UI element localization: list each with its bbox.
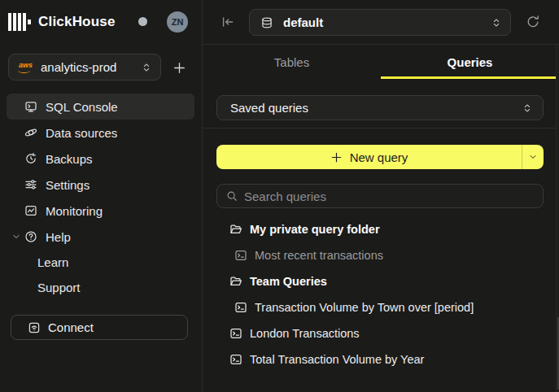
sidebar-item-sql-console[interactable]: SQL Console	[7, 94, 194, 120]
user-avatar[interactable]: ZN	[167, 11, 188, 33]
terminal-query-icon	[229, 353, 242, 366]
search-queries-box[interactable]	[216, 184, 544, 208]
query-folder-row[interactable]: Team Queries	[216, 268, 544, 294]
sidebar-item-learn[interactable]: Learn	[7, 250, 194, 275]
query-label: London Transactions	[250, 327, 360, 340]
sidebar-item-label: Settings	[46, 178, 90, 192]
new-query-dropdown-button[interactable]	[522, 145, 544, 169]
query-tree: My private query folder Most recent tran…	[216, 216, 544, 372]
clickhouse-console: ClickHouse ZN aws analytics-prod SQL Con…	[0, 0, 559, 392]
tab-queries[interactable]: Queries	[381, 45, 559, 79]
chevron-down-icon	[11, 232, 21, 242]
query-folder-label: Team Queries	[250, 275, 327, 288]
sidebar-item-label: Help	[46, 230, 71, 244]
service-select-value: analytics-prod	[41, 60, 116, 74]
search-queries-input[interactable]	[244, 189, 535, 203]
aws-icon: aws	[19, 62, 33, 69]
tab-label: Tables	[274, 55, 309, 69]
sidebar-subitem-label: Support	[37, 281, 81, 294]
new-query-main[interactable]: New query	[216, 145, 522, 169]
connect-icon	[28, 321, 41, 334]
service-select[interactable]: aws analytics-prod	[8, 54, 161, 81]
plus-icon	[330, 151, 343, 163]
query-label: Total Transaction Volume by Year	[250, 353, 424, 366]
query-label: Most recent transactions	[255, 249, 383, 262]
plus-icon	[173, 61, 186, 75]
chevron-updown-icon	[522, 102, 533, 114]
terminal-query-icon	[234, 301, 247, 314]
sidebar-nav: SQL Console Data sources Backups Setting…	[7, 94, 194, 300]
terminal-query-icon	[234, 249, 247, 262]
chevron-updown-icon	[491, 17, 502, 28]
saved-queries-select[interactable]: Saved queries	[216, 95, 544, 120]
explorer-panel: default Tables Queries Saved queries	[202, 0, 559, 392]
collapse-panel-button[interactable]	[221, 15, 235, 29]
active-tab-underline	[381, 76, 556, 79]
query-row[interactable]: London Transactions	[216, 320, 544, 346]
search-icon	[226, 190, 238, 202]
query-row[interactable]: Most recent transactions	[216, 242, 544, 268]
tab-bar: Tables Queries	[203, 45, 559, 79]
sidebar-item-label: Data sources	[46, 126, 117, 140]
add-service-button[interactable]	[168, 56, 190, 79]
chevron-down-icon	[528, 152, 538, 162]
folder-open-icon	[229, 223, 242, 236]
new-query-label: New query	[350, 150, 408, 164]
sidebar-item-label: Monitoring	[46, 204, 103, 218]
data-sources-icon	[24, 126, 37, 139]
query-folder-label: My private query folder	[250, 223, 380, 236]
chevron-updown-icon	[141, 62, 152, 73]
backups-icon	[24, 152, 37, 165]
sql-console-icon	[24, 100, 37, 113]
refresh-icon	[526, 15, 540, 29]
status-dot	[138, 17, 147, 26]
refresh-button[interactable]	[526, 15, 540, 29]
sidebar-item-data-sources[interactable]: Data sources	[7, 120, 194, 146]
database-select-value: default	[283, 15, 323, 29]
section-divider	[203, 128, 559, 128]
query-row[interactable]: Transaction Volume by Town over [period]	[216, 294, 544, 320]
connect-button[interactable]: Connect	[11, 315, 188, 340]
sidebar-item-monitoring[interactable]: Monitoring	[7, 198, 194, 224]
sidebar: ClickHouse ZN aws analytics-prod SQL Con…	[0, 0, 201, 392]
avatar-initials: ZN	[172, 17, 184, 27]
sidebar-item-label: SQL Console	[46, 100, 118, 114]
settings-sliders-icon	[24, 178, 37, 191]
database-select[interactable]: default	[249, 9, 511, 36]
sidebar-item-help[interactable]: Help	[7, 224, 194, 250]
terminal-query-icon	[229, 327, 242, 340]
sidebar-item-label: Backups	[46, 152, 93, 166]
collapse-left-icon	[221, 15, 235, 29]
folder-open-icon	[229, 275, 242, 288]
query-label: Transaction Volume by Town over [period]	[255, 301, 474, 314]
panel-topbar: default	[203, 0, 559, 45]
sidebar-item-support[interactable]: Support	[7, 275, 194, 300]
clickhouse-logo-icon	[8, 13, 31, 31]
scrollbar[interactable]	[556, 45, 559, 392]
connect-label: Connect	[48, 320, 94, 334]
monitoring-icon	[24, 204, 37, 217]
database-icon	[260, 16, 273, 29]
app-title: ClickHouse	[38, 14, 116, 30]
query-folder-row[interactable]: My private query folder	[216, 216, 544, 242]
app-logo: ClickHouse	[8, 11, 116, 33]
sidebar-item-settings[interactable]: Settings	[7, 172, 194, 198]
saved-queries-select-value: Saved queries	[230, 101, 308, 115]
sidebar-item-backups[interactable]: Backups	[7, 146, 194, 172]
sidebar-subitem-label: Learn	[37, 255, 68, 269]
query-row[interactable]: Total Transaction Volume by Year	[216, 346, 544, 372]
help-icon	[24, 230, 37, 243]
tab-tables[interactable]: Tables	[203, 45, 381, 79]
new-query-button[interactable]: New query	[216, 145, 544, 169]
tab-label: Queries	[448, 55, 493, 69]
